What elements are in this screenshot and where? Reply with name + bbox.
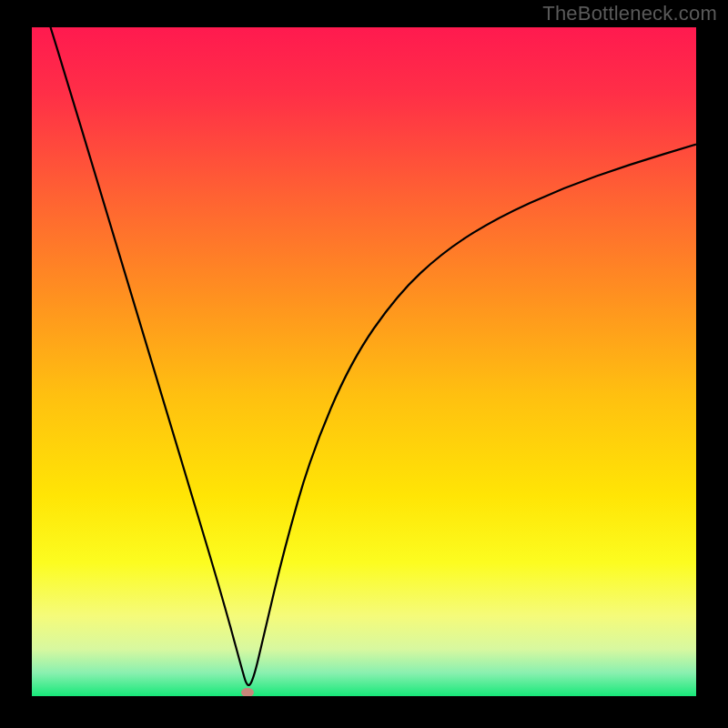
bottleneck-curve [32,27,696,696]
minimum-marker [241,688,254,696]
watermark-text: TheBottleneck.com [542,2,717,25]
plot-area [32,27,696,696]
